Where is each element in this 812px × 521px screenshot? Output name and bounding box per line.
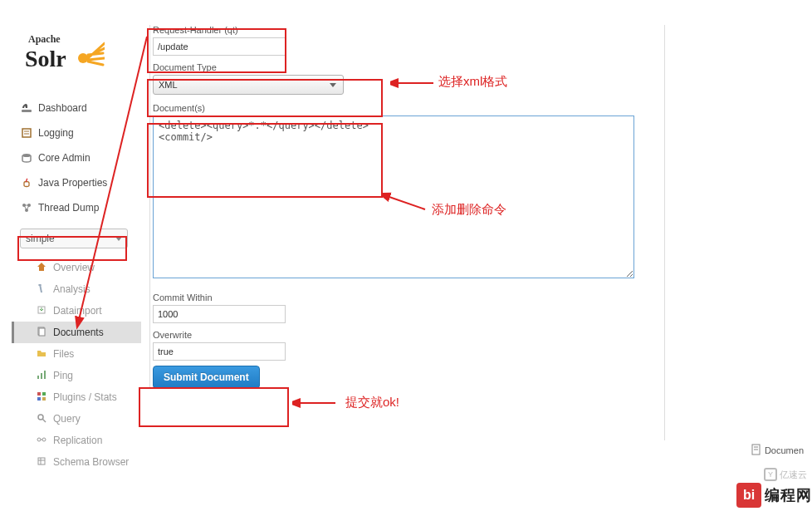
nav-label: Java Properties [38,177,107,189]
svg-point-23 [42,438,46,441]
subnav-dataimport[interactable]: Dataimport [12,300,141,322]
subnav-query[interactable]: Query [12,408,141,430]
nav-java-properties[interactable]: Java Properties [0,170,141,195]
subnav-analysis[interactable]: Analysis [12,278,141,300]
svg-rect-14 [41,373,42,379]
svg-line-21 [42,419,46,422]
svg-rect-2 [22,129,31,137]
subnav-label: Plugins / Stats [53,391,117,403]
subnav-schema[interactable]: Schema Browser [12,451,141,473]
svg-point-0 [78,53,88,63]
nav-logging[interactable]: Logging [0,120,141,145]
right-divider [664,25,665,440]
nav-label: Dashboard [38,102,87,114]
query-icon [37,413,48,425]
subnav-label: Files [53,348,74,360]
footer-documentation-link[interactable]: Documen [751,444,804,457]
dashboard-icon [20,101,33,115]
subnav-label: Dataimport [53,305,102,317]
nav-label: Thread Dump [38,202,99,214]
solr-sun-icon [71,37,105,70]
overwrite-label: Overwrite [153,330,664,340]
thread-icon [20,201,33,214]
documents-icon [37,327,48,338]
nav-dashboard[interactable]: Dashboard [0,96,141,120]
subnav-documents[interactable]: Documents [12,322,141,343]
annotation-submit: 提交就ok! [345,395,399,410]
logging-icon [20,126,33,140]
subnav-overview[interactable]: Overview [12,257,141,278]
replication-icon [37,435,48,446]
yzy-icon: Y [764,468,777,481]
doctype-value: XML [159,80,178,90]
nav-label: Logging [38,127,74,139]
java-icon [20,176,33,189]
docs-label: Document(s) [153,103,664,113]
arrow-submit [292,395,342,411]
svg-rect-1 [22,110,32,112]
qt-input[interactable] [153,37,286,56]
svg-rect-16 [37,392,41,396]
subnav-replication[interactable]: Replication [12,430,141,451]
ping-icon [37,370,48,381]
qt-label: Request-Handler (qt) [153,25,664,35]
main-form: Request-Handler (qt) Document Type XML D… [149,25,664,389]
doctype-select[interactable]: XML [153,75,344,95]
submit-button[interactable]: Submit Document [153,366,260,389]
svg-rect-15 [44,371,46,379]
doctype-label: Document Type [153,62,664,72]
plugins-icon [37,391,48,403]
nav-core-admin[interactable]: Core Admin [0,145,141,170]
svg-point-9 [38,284,42,286]
nav-thread-dump[interactable]: Thread Dump [0,195,141,220]
sidebar: Dashboard Logging Core Admin Java Proper… [0,96,141,473]
redbox-submit [139,387,289,427]
docs-textarea[interactable] [153,116,634,278]
bcw-square: bi [736,483,761,508]
dataimport-icon [37,305,48,317]
watermark-bcw: bi 编程网 [736,483,812,508]
svg-rect-17 [42,392,46,396]
subnav-label: Analysis [53,283,90,295]
subnav-label: Documents [53,327,104,338]
yzy-label: 亿速云 [780,469,807,481]
nav-label: Core Admin [38,152,90,164]
core-subnav: Overview Analysis Dataimport Documents F… [12,257,141,473]
files-icon [37,348,48,360]
doc-icon [751,444,761,457]
core-selector[interactable]: simple [20,229,128,248]
footer-doc-label: Documen [765,445,804,455]
analysis-icon [37,283,48,295]
schema-icon [37,456,48,468]
svg-point-22 [37,438,41,441]
svg-rect-25 [38,458,45,464]
subnav-label: Replication [53,435,102,446]
subnav-files[interactable]: Files [12,343,141,365]
coreadmin-icon [20,151,33,165]
bcw-text: 编程网 [765,485,812,505]
svg-rect-13 [37,376,39,379]
subnav-plugins[interactable]: Plugins / Stats [12,386,141,408]
svg-rect-19 [42,397,46,401]
commit-label: Commit Within [153,292,664,302]
subnav-label: Query [53,413,81,425]
watermark-yisuyun: Y 亿速云 [764,468,807,481]
logo-apache: Apache [28,33,66,46]
svg-point-5 [22,154,31,157]
core-selector-value: simple [26,233,55,244]
svg-rect-12 [39,328,45,336]
subnav-label: Overview [53,262,95,273]
svg-rect-18 [37,397,41,401]
home-icon [37,262,48,273]
logo: Apache Solr [25,33,105,72]
subnav-ping[interactable]: Ping [12,365,141,386]
overwrite-input[interactable] [153,342,286,361]
logo-solr: Solr [25,46,66,72]
subnav-label: Ping [53,370,73,381]
commit-input[interactable] [153,305,286,323]
subnav-label: Schema Browser [53,456,129,468]
